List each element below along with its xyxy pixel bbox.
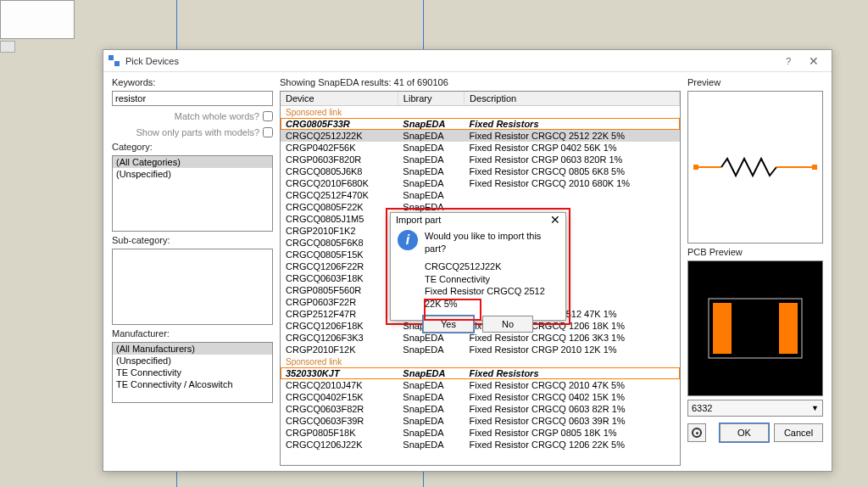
pcb-preview — [687, 260, 823, 396]
match-whole-words-label: Match whole words? — [175, 111, 259, 121]
preview-label: Preview — [687, 77, 823, 87]
cancel-button[interactable]: Cancel — [774, 423, 823, 442]
svg-rect-6 — [779, 303, 798, 354]
list-item[interactable]: (Unspecified) — [113, 168, 272, 180]
svg-rect-5 — [713, 303, 732, 354]
table-row[interactable]: CRGP2010F12KSnapEDAFixed Resistor CRGP 2… — [281, 344, 680, 355]
schematic-preview — [687, 91, 823, 244]
manufacturer-label: Manufacturer: — [112, 328, 273, 339]
titlebar[interactable]: Pick Devices ? ✕ — [103, 50, 832, 72]
sponsored-link-label: Sponsored link — [281, 355, 680, 367]
settings-button[interactable] — [687, 423, 706, 442]
sponsored-row[interactable]: CRG0805F33RSnapEDAFixed Resistors — [281, 118, 680, 130]
subcategory-list[interactable] — [112, 249, 273, 325]
keywords-label: Keywords: — [112, 77, 273, 87]
package-value: 6332 — [692, 403, 712, 413]
table-row[interactable]: CRGCQ2512J22KSnapEDAFixed Resistor CRGCQ… — [281, 130, 680, 142]
import-title: Import part — [396, 215, 441, 225]
table-row[interactable]: CRGP0402F56KSnapEDAFixed Resistor CRGP 0… — [281, 142, 680, 154]
table-row[interactable]: CRGCQ0805J6K8SnapEDAFixed Resistor CRGCQ… — [281, 165, 680, 177]
list-item[interactable]: (All Categories) — [113, 156, 272, 168]
list-item[interactable]: TE Connectivity — [113, 367, 272, 378]
dialog-title: Pick Devices — [125, 56, 776, 66]
no-button[interactable]: No — [482, 316, 533, 333]
models-only-label: Show only parts with models? — [136, 127, 259, 137]
table-row[interactable]: CRGCQ0402F15KSnapEDAFixed Resistor CRGCQ… — [281, 391, 680, 403]
close-button[interactable]: ✕ — [801, 54, 826, 68]
manufacturer-list[interactable]: (All Manufacturers) (Unspecified) TE Con… — [112, 342, 273, 403]
models-only-checkbox[interactable] — [263, 127, 273, 137]
package-select[interactable]: 6332 ▼ — [687, 400, 823, 417]
gear-icon — [692, 428, 702, 438]
app-icon — [108, 55, 120, 67]
sponsored-row[interactable]: 3520330KJTSnapEDAFixed Resistors — [281, 367, 680, 379]
category-list[interactable]: (All Categories) (Unspecified) — [112, 155, 273, 232]
table-row[interactable]: CRGCQ2512F470KSnapEDA — [281, 189, 680, 201]
ok-button[interactable]: OK — [720, 423, 769, 442]
help-button[interactable]: ? — [776, 56, 801, 66]
col-library[interactable]: Library — [398, 92, 464, 106]
col-desc[interactable]: Description — [465, 92, 680, 106]
keywords-input[interactable] — [112, 91, 273, 106]
chevron-down-icon: ▼ — [811, 404, 819, 412]
table-row[interactable]: CRGP0603F820RSnapEDAFixed Resistor CRGP … — [281, 154, 680, 165]
svg-rect-2 — [693, 165, 698, 170]
list-item[interactable]: TE Connectivity / Alcoswitch — [113, 378, 272, 390]
import-message: Would you like to import this part? CRGC… — [425, 230, 559, 311]
list-item[interactable]: (All Manufacturers) — [113, 343, 272, 355]
table-row[interactable]: CRGP0805F18KSnapEDAFixed Resistor CRGP 0… — [281, 427, 680, 439]
subcategory-label: Sub-category: — [112, 235, 273, 245]
import-part-dialog: Import part ✕ i Would you like to import… — [390, 212, 566, 321]
pcb-preview-label: PCB Preview — [687, 247, 823, 257]
table-row[interactable]: CRGCQ0805F22KSnapEDA — [281, 201, 680, 213]
table-row[interactable]: CRGCQ0603F82RSnapEDAFixed Resistor CRGCQ… — [281, 403, 680, 415]
col-device[interactable]: Device — [281, 92, 398, 106]
table-row[interactable]: CRGCQ2010J47KSnapEDAFixed Resistor CRGCQ… — [281, 379, 680, 391]
import-titlebar[interactable]: Import part ✕ — [391, 213, 565, 227]
match-whole-words-checkbox[interactable] — [263, 111, 273, 121]
canvas-doc-thumb — [0, 0, 75, 39]
close-button[interactable]: ✕ — [550, 213, 560, 227]
list-item[interactable]: (Unspecified) — [113, 355, 272, 367]
table-row[interactable]: CRGCQ2010F680KSnapEDAFixed Resistor CRGC… — [281, 177, 680, 189]
canvas-panel-chip — [0, 41, 15, 53]
svg-rect-3 — [812, 165, 817, 170]
table-row[interactable]: CRGCQ1206J22KSnapEDAFixed Resistor CRGCQ… — [281, 439, 680, 451]
table-row[interactable]: CRGCQ0603F39RSnapEDAFixed Resistor CRGCQ… — [281, 415, 680, 427]
category-label: Category: — [112, 142, 273, 152]
results-status: Showing SnapEDA results: 41 of 690106 — [280, 77, 681, 91]
sponsored-link-label: Sponsored link — [281, 106, 680, 119]
resistor-symbol-icon — [692, 150, 819, 184]
yes-button[interactable]: Yes — [423, 316, 474, 333]
footprint-icon — [692, 277, 819, 379]
info-icon: i — [398, 230, 418, 250]
